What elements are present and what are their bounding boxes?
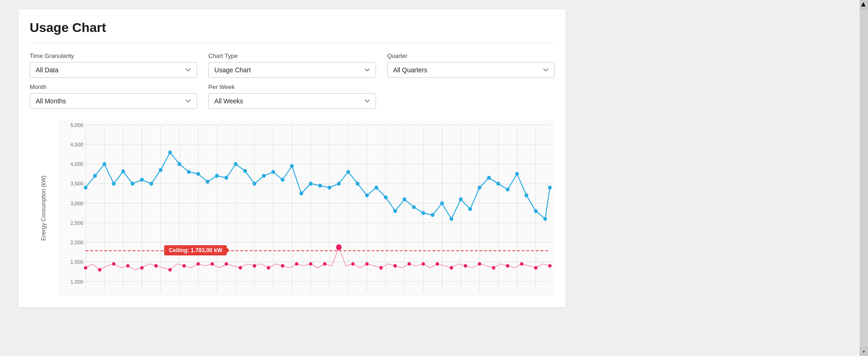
filters-section: Time Granularity All Data Daily Weekly M… xyxy=(30,52,555,109)
chart-svg: 5,000 4,500 4,000 3,500 3,000 2,500 2,00… xyxy=(57,120,555,296)
blue-dot xyxy=(328,185,332,189)
pink-dot xyxy=(351,262,355,266)
svg-text:3,500: 3,500 xyxy=(70,181,83,186)
pink-dot xyxy=(365,262,369,266)
pink-dot xyxy=(408,262,411,266)
quarter-select[interactable]: All Quarters Q1 Q2 Q3 Q4 xyxy=(387,62,555,78)
scrollbar-top[interactable]: ▲ xyxy=(860,0,868,9)
blue-dot xyxy=(393,209,397,213)
blue-dot xyxy=(281,178,284,182)
blue-dot xyxy=(506,188,510,191)
blue-dot xyxy=(84,185,88,189)
svg-rect-0 xyxy=(57,120,555,296)
filters-row-2: Month All Months JanuaryFebruaryMarch Ap… xyxy=(30,83,555,109)
per-week-group: Per Week All Weeks Week 1 Week 2 Week 3 … xyxy=(208,83,376,109)
pink-dot xyxy=(225,262,228,266)
pink-dot xyxy=(379,266,383,269)
time-granularity-select[interactable]: All Data Daily Weekly Monthly xyxy=(30,62,197,78)
blue-dot xyxy=(346,170,350,174)
blue-dot xyxy=(384,196,388,199)
pink-dot xyxy=(168,268,172,271)
blue-dot xyxy=(224,176,228,179)
pink-dot xyxy=(295,262,298,266)
pink-dot xyxy=(126,264,129,267)
blue-dot xyxy=(187,170,191,174)
chart-type-label: Chart Type xyxy=(208,52,376,59)
blue-dot xyxy=(140,178,144,182)
card-title: Usage Chart xyxy=(30,20,555,43)
time-granularity-group: Time Granularity All Data Daily Weekly M… xyxy=(30,52,197,78)
blue-dot xyxy=(206,180,210,184)
svg-text:4,000: 4,000 xyxy=(70,161,83,167)
blue-dot xyxy=(290,164,294,168)
scrollbar-track[interactable] xyxy=(860,9,868,347)
blue-dot xyxy=(300,191,303,195)
pink-dot xyxy=(309,262,313,266)
blue-dot xyxy=(318,184,322,187)
pink-dot xyxy=(140,266,143,269)
time-granularity-label: Time Granularity xyxy=(30,52,197,59)
blue-dot xyxy=(543,217,547,221)
blue-dot xyxy=(356,182,359,185)
quarter-group: Quarter All Quarters Q1 Q2 Q3 Q4 xyxy=(387,52,555,78)
svg-text:1,500: 1,500 xyxy=(70,259,83,265)
chart-area: Energy Consumption (kW) xyxy=(30,120,555,296)
pink-dot xyxy=(281,264,284,267)
y-axis-label: Energy Consumption (kW) xyxy=(40,176,47,241)
pink-dot xyxy=(394,264,397,267)
blue-dot xyxy=(337,182,341,185)
blue-dot xyxy=(497,182,500,185)
pink-dot xyxy=(323,262,326,266)
scrollbar-panel: ▲ ▼ xyxy=(860,0,868,356)
per-week-label: Per Week xyxy=(208,83,376,90)
month-select[interactable]: All Months JanuaryFebruaryMarch AprilMay… xyxy=(30,93,197,109)
blue-dot xyxy=(309,182,313,185)
chart-type-select[interactable]: Usage Chart Bar Chart Line Chart xyxy=(208,62,376,78)
per-week-select[interactable]: All Weeks Week 1 Week 2 Week 3 Week 4 xyxy=(208,93,376,109)
blue-dot xyxy=(468,207,472,211)
pink-dot xyxy=(253,264,256,267)
blue-dot xyxy=(478,185,481,189)
blue-dot xyxy=(459,197,463,201)
pink-dot xyxy=(520,262,523,266)
blue-dot xyxy=(102,162,106,166)
blue-dot xyxy=(271,170,275,174)
svg-text:2,500: 2,500 xyxy=(70,220,83,226)
blue-dot xyxy=(402,197,406,201)
usage-chart-card: Usage Chart Time Granularity All Data Da… xyxy=(19,9,566,307)
blue-dot xyxy=(234,162,237,166)
svg-text:4,500: 4,500 xyxy=(70,142,83,147)
blue-dot xyxy=(159,168,162,172)
pink-dot xyxy=(154,264,158,267)
blue-dot xyxy=(243,169,247,173)
blue-dot xyxy=(431,213,434,217)
blue-dot xyxy=(487,176,491,179)
quarter-label: Quarter xyxy=(387,52,555,59)
blue-dot xyxy=(421,211,425,215)
blue-dot xyxy=(112,182,115,185)
blue-dot xyxy=(149,182,153,185)
pink-dot xyxy=(211,262,214,266)
svg-text:5,000: 5,000 xyxy=(70,122,83,128)
chart-container: 5,000 4,500 4,000 3,500 3,000 2,500 2,00… xyxy=(57,120,555,296)
pink-dot xyxy=(548,264,551,267)
pink-dot xyxy=(534,266,537,269)
month-group: Month All Months JanuaryFebruaryMarch Ap… xyxy=(30,83,197,109)
pink-dot xyxy=(112,262,115,266)
blue-dot xyxy=(93,174,97,178)
pink-dot xyxy=(464,264,467,267)
svg-text:3,000: 3,000 xyxy=(70,200,83,206)
blue-dot xyxy=(262,174,266,178)
month-label: Month xyxy=(30,83,197,90)
blue-dot xyxy=(534,209,538,213)
scrollbar-bottom[interactable]: ▼ xyxy=(860,347,868,356)
pink-dot xyxy=(506,264,509,267)
svg-text:2,000: 2,000 xyxy=(70,240,83,245)
blue-dot xyxy=(178,162,181,166)
blue-dot xyxy=(365,193,369,197)
blue-dot xyxy=(215,174,219,178)
pink-dot xyxy=(492,266,495,269)
filters-row-1: Time Granularity All Data Daily Weekly M… xyxy=(30,52,555,78)
blue-dot xyxy=(524,193,528,197)
pink-dot xyxy=(98,268,101,271)
